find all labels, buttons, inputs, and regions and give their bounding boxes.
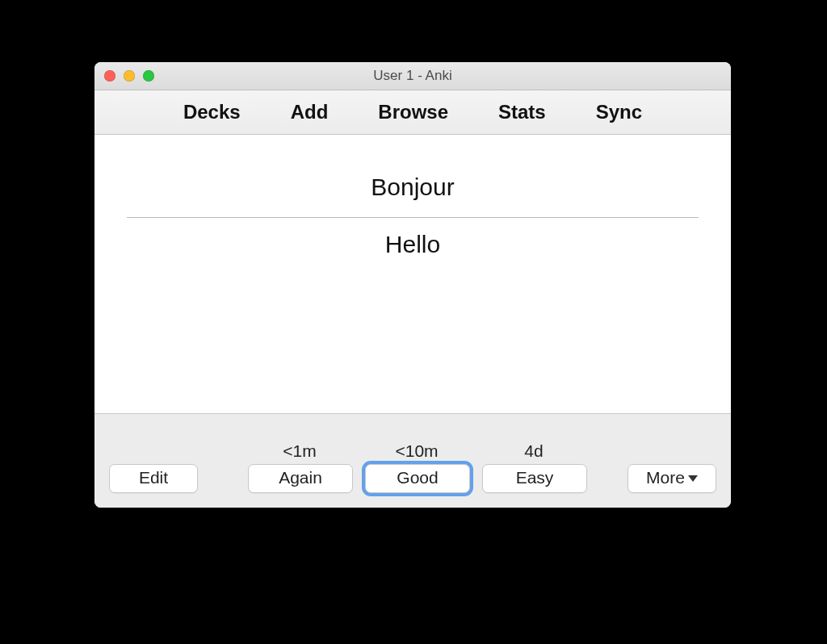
nav-sync[interactable]: Sync [596, 101, 642, 123]
card-back: Hello [94, 231, 731, 258]
zoom-icon[interactable] [143, 70, 154, 82]
nav-add[interactable]: Add [291, 101, 329, 123]
card-front: Bonjour [94, 174, 731, 201]
titlebar: User 1 - Anki [94, 62, 731, 90]
interval-good: <10m [365, 441, 468, 461]
app-window: User 1 - Anki Decks Add Browse Stats Syn… [94, 62, 731, 508]
nav-stats[interactable]: Stats [498, 101, 546, 123]
card-area: Bonjour Hello [94, 135, 731, 413]
answer-bar: <1m <10m 4d Edit Again Good Easy More [94, 413, 731, 508]
nav-browse[interactable]: Browse [378, 101, 448, 123]
close-icon[interactable] [104, 70, 115, 82]
edit-button[interactable]: Edit [109, 464, 198, 493]
chevron-down-icon [688, 475, 698, 482]
window-title: User 1 - Anki [94, 68, 731, 84]
again-button[interactable]: Again [248, 464, 353, 493]
minimize-icon[interactable] [124, 70, 135, 82]
top-nav: Decks Add Browse Stats Sync [94, 90, 731, 135]
card-divider [127, 217, 699, 218]
more-label: More [646, 468, 685, 487]
interval-easy: 4d [482, 441, 586, 461]
easy-button[interactable]: Easy [482, 464, 587, 493]
nav-decks[interactable]: Decks [183, 101, 241, 123]
interval-again: <1m [248, 441, 351, 461]
good-button[interactable]: Good [365, 464, 470, 493]
traffic-lights [104, 70, 154, 82]
more-button[interactable]: More [628, 464, 716, 493]
